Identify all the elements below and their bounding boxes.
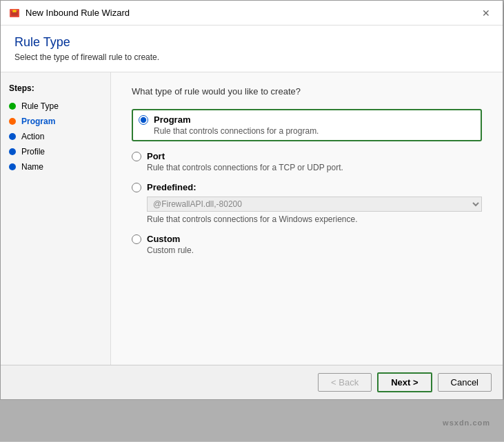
- footer: < Back Next > Cancel: [1, 365, 503, 399]
- radio-custom[interactable]: [132, 234, 141, 244]
- next-button[interactable]: Next >: [377, 372, 432, 392]
- radio-predefined[interactable]: [132, 183, 141, 192]
- sidebar-item-program[interactable]: Program: [1, 114, 110, 129]
- step-label-rule-type: Rule Type: [21, 101, 59, 111]
- radio-item-predefined: Predefined:@FirewallAPI.dll,-80200Rule t…: [132, 182, 482, 224]
- step-dot-program: [9, 118, 16, 125]
- radio-label-port: Port: [147, 151, 165, 161]
- question-text: What type of rule would you like to crea…: [132, 86, 482, 97]
- step-dot-profile: [9, 148, 16, 155]
- radio-row-predefined: Predefined:: [132, 182, 482, 192]
- step-dot-action: [9, 133, 16, 140]
- radio-desc-port: Rule that controls connections for a TCP…: [147, 163, 482, 172]
- sidebar-item-action[interactable]: Action: [1, 129, 110, 144]
- step-label-program: Program: [21, 117, 55, 126]
- sidebar-item-rule-type[interactable]: Rule Type: [1, 99, 110, 114]
- radio-label-predefined: Predefined:: [147, 182, 196, 192]
- step-label-action: Action: [21, 132, 44, 141]
- wizard-window: New Inbound Rule Wizard ✕ Rule Type Sele…: [0, 0, 503, 400]
- radio-row-custom: Custom: [132, 234, 482, 244]
- watermark-area: wsxdn.com: [0, 400, 504, 441]
- radio-item-program: ProgramRule that controls connections fo…: [132, 109, 482, 141]
- radio-label-program: Program: [154, 114, 190, 125]
- radio-item-custom: CustomCustom rule.: [132, 234, 482, 255]
- radio-desc-predefined: Rule that controls connections for a Win…: [147, 214, 482, 224]
- svg-rect-3: [13, 10, 16, 12]
- step-label-profile: Profile: [21, 147, 45, 157]
- sidebar-label: Steps:: [1, 81, 110, 99]
- step-dot-rule-type: [9, 103, 16, 110]
- title-bar: New Inbound Rule Wizard ✕: [1, 1, 503, 26]
- content-area: Steps: Rule TypeProgramActionProfileName…: [1, 72, 503, 365]
- step-label-name: Name: [21, 162, 43, 172]
- radio-port[interactable]: [132, 152, 141, 161]
- sidebar-item-name[interactable]: Name: [1, 159, 110, 174]
- radio-row-port: Port: [132, 151, 482, 161]
- sidebar-item-profile[interactable]: Profile: [1, 144, 110, 159]
- sidebar: Steps: Rule TypeProgramActionProfileName: [1, 72, 111, 365]
- radio-label-custom: Custom: [147, 234, 180, 244]
- back-button[interactable]: < Back: [318, 373, 372, 392]
- radio-desc-custom: Custom rule.: [147, 245, 482, 255]
- radio-row-program: Program: [139, 114, 475, 125]
- page-title: Rule Type: [14, 35, 489, 50]
- watermark-text: wsxdn.com: [443, 412, 490, 430]
- window-title: New Inbound Rule Wizard: [26, 8, 130, 18]
- header-section: Rule Type Select the type of firewall ru…: [1, 26, 503, 72]
- radio-desc-program: Rule that controls connections for a pro…: [154, 126, 475, 136]
- predefined-select[interactable]: @FirewallAPI.dll,-80200: [147, 197, 482, 212]
- step-dot-name: [9, 163, 16, 170]
- radio-group: ProgramRule that controls connections fo…: [132, 109, 482, 255]
- close-button[interactable]: ✕: [478, 7, 494, 19]
- cancel-button[interactable]: Cancel: [438, 373, 492, 392]
- predefined-dropdown-row: @FirewallAPI.dll,-80200: [147, 197, 482, 212]
- main-panel: What type of rule would you like to crea…: [111, 72, 503, 365]
- radio-item-port: PortRule that controls connections for a…: [132, 151, 482, 172]
- title-bar-left: New Inbound Rule Wizard: [9, 8, 130, 19]
- window-icon: [9, 8, 20, 19]
- radio-program[interactable]: [139, 115, 148, 125]
- page-subtitle: Select the type of firewall rule to crea…: [14, 52, 489, 62]
